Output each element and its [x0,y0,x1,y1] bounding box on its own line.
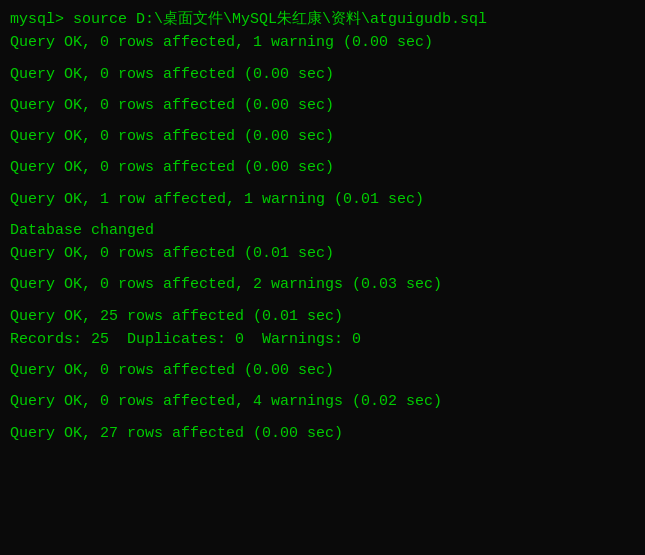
output-line: Records: 25 Duplicates: 0 Warnings: 0 [10,328,635,351]
output-line: Query OK, 0 rows affected (0.00 sec) [10,63,635,86]
line-spacer [10,148,635,156]
output-line: Query OK, 0 rows affected (0.00 sec) [10,359,635,382]
output-line: Query OK, 0 rows affected (0.01 sec) [10,242,635,265]
output-line: Query OK, 25 rows affected (0.01 sec) [10,305,635,328]
line-spacer [10,414,635,422]
line-spacer [10,297,635,305]
line-spacer [10,351,635,359]
output-line: Query OK, 0 rows affected (0.00 sec) [10,156,635,179]
line-spacer [10,382,635,390]
output-line: Query OK, 0 rows affected, 2 warnings (0… [10,273,635,296]
output-line: Database changed [10,219,635,242]
output-line: Query OK, 1 row affected, 1 warning (0.0… [10,188,635,211]
line-spacer [10,180,635,188]
line-spacer [10,86,635,94]
prompt-line: mysql> source D:\桌面文件\MySQL朱红康\资料\atguig… [10,8,635,31]
line-spacer [10,55,635,63]
output-line: Query OK, 27 rows affected (0.00 sec) [10,422,635,445]
line-spacer [10,117,635,125]
line-spacer [10,211,635,219]
output-line: Query OK, 0 rows affected (0.00 sec) [10,94,635,117]
output-line: Query OK, 0 rows affected (0.00 sec) [10,125,635,148]
output-line: Query OK, 0 rows affected, 1 warning (0.… [10,31,635,54]
terminal-container: mysql> source D:\桌面文件\MySQL朱红康\资料\atguig… [10,8,635,445]
line-spacer [10,265,635,273]
output-line: Query OK, 0 rows affected, 4 warnings (0… [10,390,635,413]
